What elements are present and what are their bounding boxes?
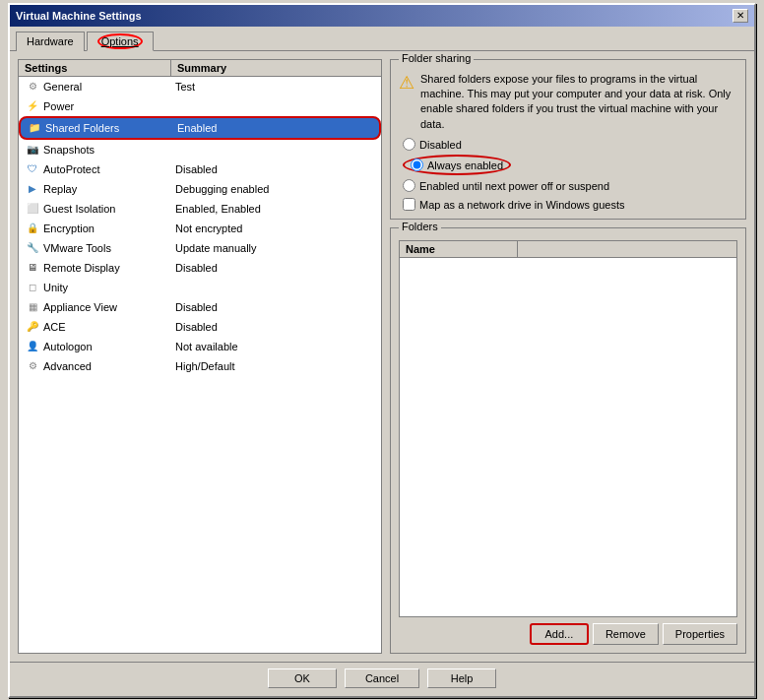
radio-always-enabled[interactable] <box>411 159 423 171</box>
map-network-drive-checkbox[interactable] <box>403 198 415 211</box>
row-summary-autoprotect: Disabled <box>171 161 381 177</box>
main-content: Settings Summary ⚙ General Test ⚡ Power <box>10 51 754 662</box>
remove-button[interactable]: Remove <box>593 623 659 645</box>
cancel-button[interactable]: Cancel <box>345 668 419 688</box>
row-summary-guest-isolation: Enabled, Enabled <box>171 201 381 217</box>
close-button[interactable]: ✕ <box>732 9 748 23</box>
radio-disabled-row: Disabled <box>399 138 737 151</box>
row-summary-vmware-tools: Update manually <box>171 240 381 256</box>
list-item-shared-folders[interactable]: 📁 Shared Folders Enabled <box>19 116 381 140</box>
folders-buttons: Add... Remove Properties <box>399 623 737 645</box>
folders-title: Folders <box>399 221 441 232</box>
tab-hardware-label: Hardware <box>27 35 74 47</box>
radio-until-power-off-label[interactable]: Enabled until next power off or suspend <box>419 180 609 192</box>
row-name-shared-folders: 📁 Shared Folders <box>21 118 173 138</box>
folders-table-header: Name Host Path <box>400 241 736 258</box>
row-name-unity: ◻ Unity <box>19 278 171 297</box>
replay-icon: ▶ <box>25 181 40 197</box>
map-network-drive-label[interactable]: Map as a network drive in Windows guests <box>419 199 624 211</box>
folder-icon: 📁 <box>27 120 42 136</box>
radio-always-enabled-row: Always enabled <box>399 155 737 175</box>
header-settings: Settings <box>19 60 171 76</box>
list-item[interactable]: ⚡ Power <box>19 96 381 116</box>
monitor-icon: 🖥 <box>25 260 40 276</box>
window-title: Virtual Machine Settings <box>16 10 142 22</box>
folders-group: Folders Name Host Path Add... Remove Pro… <box>390 227 746 653</box>
row-name-ace: 🔑 ACE <box>19 317 171 337</box>
list-item[interactable]: ⬜ Guest Isolation Enabled, Enabled <box>19 199 381 219</box>
row-summary-autologon: Not available <box>171 339 381 354</box>
tools-icon: 🔧 <box>25 240 40 256</box>
ace-icon: 🔑 <box>25 319 40 335</box>
tab-options-label: Options <box>97 33 143 49</box>
tab-hardware[interactable]: Hardware <box>16 32 85 51</box>
row-name-guest-isolation: ⬜ Guest Isolation <box>19 199 171 219</box>
folder-sharing-title: Folder sharing <box>399 52 474 64</box>
row-summary-remote-display: Disabled <box>171 260 381 276</box>
shield-icon: 🛡 <box>25 161 40 177</box>
radio-disabled[interactable] <box>403 138 415 151</box>
radio-until-power-off-row: Enabled until next power off or suspend <box>399 179 737 192</box>
row-name-general: ⚙ General <box>19 77 171 96</box>
row-name-power: ⚡ Power <box>19 96 171 116</box>
right-panel: Folder sharing ⚠ Shared folders expose y… <box>390 59 746 654</box>
unity-icon: ◻ <box>25 280 40 295</box>
advanced-icon: ⚙ <box>25 358 40 374</box>
bolt-icon: ⚡ <box>25 98 40 114</box>
row-name-autologon: 👤 Autologon <box>19 337 171 356</box>
header-summary: Summary <box>171 60 381 76</box>
row-summary-power <box>171 104 381 108</box>
ok-button[interactable]: OK <box>268 668 337 688</box>
radio-until-power-off[interactable] <box>403 179 415 192</box>
list-item[interactable]: 👤 Autologon Not available <box>19 337 381 356</box>
row-name-snapshots: 📷 Snapshots <box>19 140 171 159</box>
list-item[interactable]: ⚙ General Test <box>19 77 381 96</box>
row-summary-ace: Disabled <box>171 319 381 335</box>
row-name-advanced: ⚙ Advanced <box>19 356 171 376</box>
radio-disabled-label[interactable]: Disabled <box>419 139 462 151</box>
bottom-bar: OK Cancel Help <box>10 662 754 696</box>
map-network-drive-row: Map as a network drive in Windows guests <box>399 198 737 211</box>
row-summary-appliance-view: Disabled <box>171 299 381 315</box>
gear-icon: ⚙ <box>25 79 40 95</box>
main-window: Virtual Machine Settings ✕ Hardware Opti… <box>8 3 756 698</box>
list-header: Settings Summary <box>19 60 381 77</box>
row-name-remote-display: 🖥 Remote Display <box>19 258 171 278</box>
list-item[interactable]: 🖥 Remote Display Disabled <box>19 258 381 278</box>
row-name-autoprotect: 🛡 AutoProtect <box>19 159 171 179</box>
appliance-icon: ▦ <box>25 299 40 315</box>
add-button[interactable]: Add... <box>530 623 589 645</box>
list-item[interactable]: ⚙ Advanced High/Default <box>19 356 381 376</box>
list-item[interactable]: ◻ Unity <box>19 278 381 297</box>
list-body: ⚙ General Test ⚡ Power 📁 <box>19 77 381 653</box>
list-item[interactable]: ▶ Replay Debugging enabled <box>19 179 381 199</box>
tabs-bar: Hardware Options <box>10 27 754 51</box>
folders-table: Name Host Path <box>399 240 737 616</box>
list-item[interactable]: 🔧 VMware Tools Update manually <box>19 238 381 258</box>
settings-list: Settings Summary ⚙ General Test ⚡ Power <box>18 59 382 654</box>
tab-options[interactable]: Options <box>87 32 154 51</box>
always-enabled-highlight: Always enabled <box>403 155 511 175</box>
folders-col-name: Name <box>400 241 518 257</box>
warning-row: ⚠ Shared folders expose your files to pr… <box>399 72 737 133</box>
list-item[interactable]: 🔒 Encryption Not encrypted <box>19 219 381 238</box>
help-button[interactable]: Help <box>427 668 496 688</box>
list-item[interactable]: ▦ Appliance View Disabled <box>19 297 381 317</box>
autologon-icon: 👤 <box>25 339 40 354</box>
title-bar: Virtual Machine Settings ✕ <box>10 5 754 27</box>
row-summary-snapshots <box>171 148 381 152</box>
list-item[interactable]: 📷 Snapshots <box>19 140 381 159</box>
row-summary-shared-folders: Enabled <box>173 120 379 136</box>
isolation-icon: ⬜ <box>25 201 40 217</box>
row-name-encryption: 🔒 Encryption <box>19 219 171 238</box>
radio-always-enabled-label[interactable]: Always enabled <box>427 159 503 171</box>
warning-icon: ⚠ <box>399 72 414 133</box>
properties-button[interactable]: Properties <box>663 623 737 645</box>
folder-sharing-group: Folder sharing ⚠ Shared folders expose y… <box>390 59 746 221</box>
row-summary-advanced: High/Default <box>171 358 381 374</box>
row-summary-encryption: Not encrypted <box>171 221 381 236</box>
row-name-appliance-view: ▦ Appliance View <box>19 297 171 317</box>
camera-icon: 📷 <box>25 142 40 158</box>
list-item[interactable]: 🔑 ACE Disabled <box>19 317 381 337</box>
list-item[interactable]: 🛡 AutoProtect Disabled <box>19 159 381 179</box>
